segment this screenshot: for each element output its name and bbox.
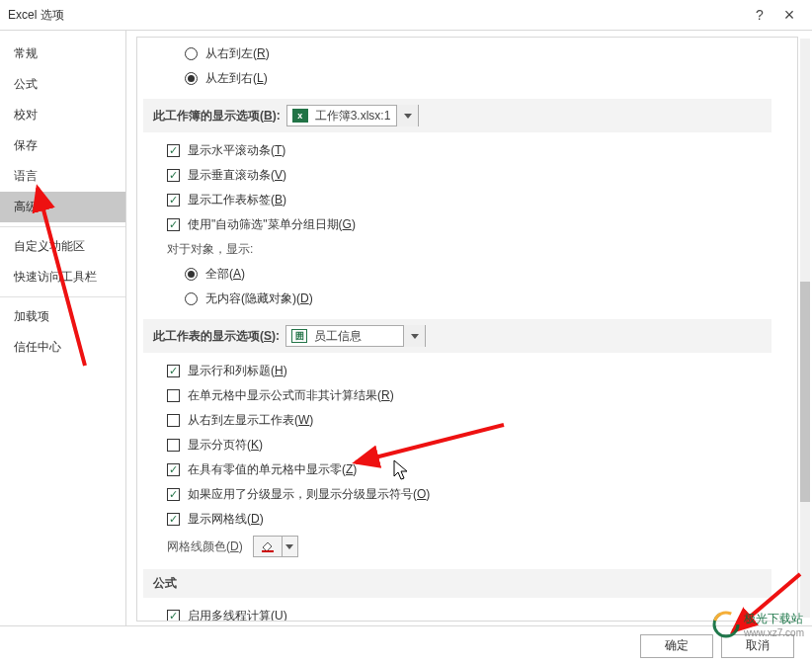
- opt-objects-none[interactable]: 无内容(隐藏对象)(D): [137, 287, 783, 311]
- radio[interactable]: [185, 268, 198, 281]
- chevron-down-icon[interactable]: [282, 536, 297, 557]
- nav-quick-access[interactable]: 快速访问工具栏: [0, 262, 125, 292]
- help-button[interactable]: ?: [745, 7, 774, 23]
- checkbox[interactable]: [167, 365, 180, 377]
- checkbox[interactable]: [167, 194, 180, 207]
- radio[interactable]: [185, 292, 198, 305]
- opt-multithread[interactable]: 启用多线程计算(U): [137, 604, 783, 622]
- nav-advanced[interactable]: 高级: [0, 192, 125, 222]
- nav-formulas[interactable]: 公式: [0, 69, 125, 100]
- nav-trust-center[interactable]: 信任中心: [0, 332, 125, 363]
- excel-icon: x: [291, 108, 309, 124]
- checkbox[interactable]: [167, 144, 180, 157]
- svg-rect-0: [262, 550, 274, 552]
- opt-autofilter-group[interactable]: 使用"自动筛选"菜单分组日期(G): [137, 212, 783, 237]
- checkbox[interactable]: [167, 218, 180, 231]
- opt-objects-all[interactable]: 全部(A): [137, 262, 783, 287]
- category-sidebar: 常规 公式 校对 保存 语言 高级 自定义功能区 快速访问工具栏 加载项 信任中…: [0, 31, 126, 625]
- checkbox[interactable]: [167, 169, 180, 182]
- nav-language[interactable]: 语言: [0, 161, 125, 192]
- nav-general[interactable]: 常规: [0, 39, 125, 69]
- dir-ltr-row[interactable]: 从左到右(L): [137, 66, 783, 91]
- ok-button[interactable]: 确定: [640, 634, 713, 658]
- workbook-dropdown[interactable]: x 工作簿3.xlsx:1: [286, 105, 420, 126]
- opt-rtl-sheet[interactable]: 从右到左显示工作表(W): [137, 408, 783, 433]
- dir-rtl-row[interactable]: 从右到左(R): [137, 42, 783, 66]
- scrollbar-thumb[interactable]: [800, 282, 810, 502]
- nav-save[interactable]: 保存: [0, 130, 125, 161]
- chevron-down-icon[interactable]: [403, 325, 425, 347]
- paint-bucket-icon: [258, 540, 278, 553]
- checkbox[interactable]: [167, 610, 180, 622]
- opt-row-col-headers[interactable]: 显示行和列标题(H): [137, 359, 783, 383]
- checkbox[interactable]: [167, 463, 180, 476]
- opt-horiz-scroll[interactable]: 显示水平滚动条(T): [137, 138, 783, 163]
- checkbox[interactable]: [167, 389, 180, 402]
- nav-proofing[interactable]: 校对: [0, 100, 125, 130]
- worksheet-dropdown[interactable]: 囲 员工信息: [285, 325, 426, 347]
- section-worksheet-display: 此工作表的显示选项(S): 囲 员工信息: [143, 319, 771, 353]
- title-bar: Excel 选项 ? ×: [0, 0, 812, 30]
- close-button[interactable]: ×: [774, 5, 804, 26]
- section-formulas: 公式: [143, 569, 771, 598]
- watermark-logo-icon: [712, 611, 740, 638]
- gridline-color-picker[interactable]: [253, 536, 298, 557]
- opt-show-zero[interactable]: 在具有零值的单元格中显示零(Z): [137, 457, 783, 482]
- radio-ltr[interactable]: [185, 72, 198, 85]
- opt-outline-symbols[interactable]: 如果应用了分级显示，则显示分级显示符号(O): [137, 482, 783, 507]
- nav-addins[interactable]: 加载项: [0, 301, 125, 332]
- opt-gridline-color: 网格线颜色(D): [137, 532, 783, 561]
- checkbox[interactable]: [167, 513, 180, 526]
- opt-show-formulas[interactable]: 在单元格中显示公式而非其计算结果(R): [137, 383, 783, 408]
- checkbox[interactable]: [167, 488, 180, 501]
- opt-sheet-tabs[interactable]: 显示工作表标签(B): [137, 188, 783, 212]
- opt-gridlines[interactable]: 显示网格线(D): [137, 507, 783, 532]
- sheet-icon: 囲: [290, 328, 308, 344]
- opt-vert-scroll[interactable]: 显示垂直滚动条(V): [137, 163, 783, 188]
- section-workbook-display: 此工作簿的显示选项(B): x 工作簿3.xlsx:1: [143, 99, 771, 132]
- chevron-down-icon[interactable]: [396, 105, 418, 126]
- dialog-footer: 确定 取消: [0, 625, 812, 664]
- svg-point-5: [712, 611, 740, 638]
- rtl-label: 从右到左: [205, 46, 253, 60]
- options-panel: 从右到左(R) 从左到右(L) 此工作簿的显示选项(B): x 工作簿3.xls…: [136, 37, 798, 622]
- nav-customize-ribbon[interactable]: 自定义功能区: [0, 231, 125, 262]
- checkbox[interactable]: [167, 439, 180, 452]
- opt-page-breaks[interactable]: 显示分页符(K): [137, 433, 783, 457]
- window-title: Excel 选项: [8, 7, 64, 24]
- radio-rtl[interactable]: [185, 47, 198, 60]
- checkbox[interactable]: [167, 414, 180, 427]
- watermark: 极光下载站 www.xz7.com: [712, 611, 804, 638]
- ltr-label: 从左到右: [205, 71, 253, 85]
- objects-label-row: 对于对象，显示:: [137, 237, 783, 262]
- vertical-scrollbar[interactable]: [800, 39, 810, 618]
